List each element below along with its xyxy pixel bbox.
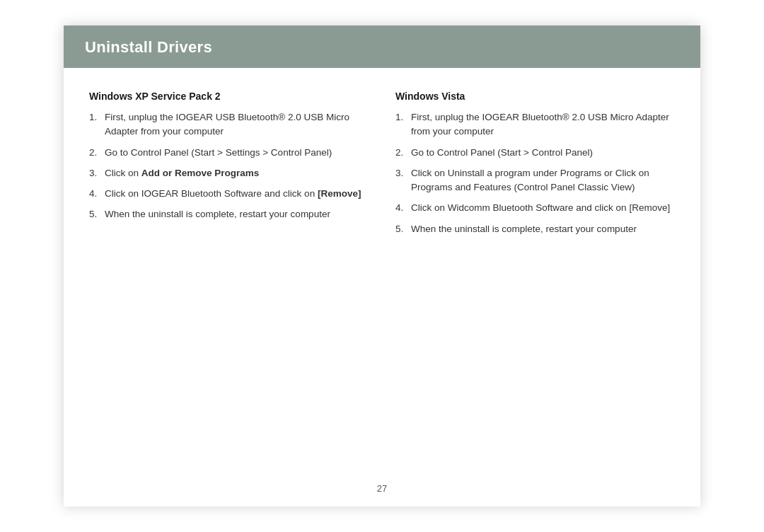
list-text: First, unplug the IOGEAR USB Bluetooth® … (105, 110, 369, 139)
list-text: Click on IOGEAR Bluetooth Software and c… (105, 187, 369, 201)
list-text: When the uninstall is complete, restart … (411, 222, 675, 236)
column-vista-heading: Windows Vista (395, 91, 675, 102)
list-text: Click on Add or Remove Programs (105, 166, 369, 180)
list-text: First, unplug the IOGEAR Bluetooth® 2.0 … (411, 110, 675, 139)
list-text: Click on Widcomm Bluetooth Software and … (411, 201, 675, 215)
list-number: 5. (395, 222, 411, 236)
list-number: 4. (89, 187, 105, 201)
list-item: 1. First, unplug the IOGEAR USB Bluetoot… (89, 110, 369, 139)
list-number: 2. (395, 146, 411, 160)
list-text: When the uninstall is complete, restart … (105, 207, 369, 221)
list-number: 1. (89, 110, 105, 139)
page-content: Windows XP Service Pack 2 1. First, unpl… (64, 68, 700, 476)
list-item: 5. When the uninstall is complete, resta… (89, 207, 369, 221)
page-number: 27 (377, 483, 387, 494)
list-item: 2. Go to Control Panel (Start > Control … (395, 146, 675, 160)
list-text: Click on Uninstall a program under Progr… (411, 166, 675, 195)
list-number: 1. (395, 110, 411, 139)
page-header: Uninstall Drivers (64, 25, 700, 68)
page-title: Uninstall Drivers (85, 38, 679, 57)
list-item: 3. Click on Uninstall a program under Pr… (395, 166, 675, 195)
list-text: Go to Control Panel (Start > Settings > … (105, 146, 369, 160)
bold-text: Add or Remove Programs (141, 168, 260, 178)
xp-instruction-list: 1. First, unplug the IOGEAR USB Bluetoot… (89, 110, 369, 222)
list-item: 1. First, unplug the IOGEAR Bluetooth® 2… (395, 110, 675, 139)
list-item: 4. Click on IOGEAR Bluetooth Software an… (89, 187, 369, 201)
list-item: 3. Click on Add or Remove Programs (89, 166, 369, 180)
page-footer: 27 (64, 476, 700, 507)
column-xp: Windows XP Service Pack 2 1. First, unpl… (89, 91, 388, 459)
list-number: 3. (89, 166, 105, 180)
list-number: 5. (89, 207, 105, 221)
list-item: 2. Go to Control Panel (Start > Settings… (89, 146, 369, 160)
list-number: 2. (89, 146, 105, 160)
bold-text: [Remove] (318, 188, 361, 199)
page-container: Uninstall Drivers Windows XP Service Pac… (64, 25, 700, 507)
list-number: 3. (395, 166, 411, 195)
column-vista: Windows Vista 1. First, unplug the IOGEA… (388, 91, 675, 459)
vista-instruction-list: 1. First, unplug the IOGEAR Bluetooth® 2… (395, 110, 675, 236)
list-number: 4. (395, 201, 411, 215)
column-xp-heading: Windows XP Service Pack 2 (89, 91, 369, 102)
list-text: Go to Control Panel (Start > Control Pan… (411, 146, 675, 160)
list-item: 4. Click on Widcomm Bluetooth Software a… (395, 201, 675, 215)
list-item: 5. When the uninstall is complete, resta… (395, 222, 675, 236)
